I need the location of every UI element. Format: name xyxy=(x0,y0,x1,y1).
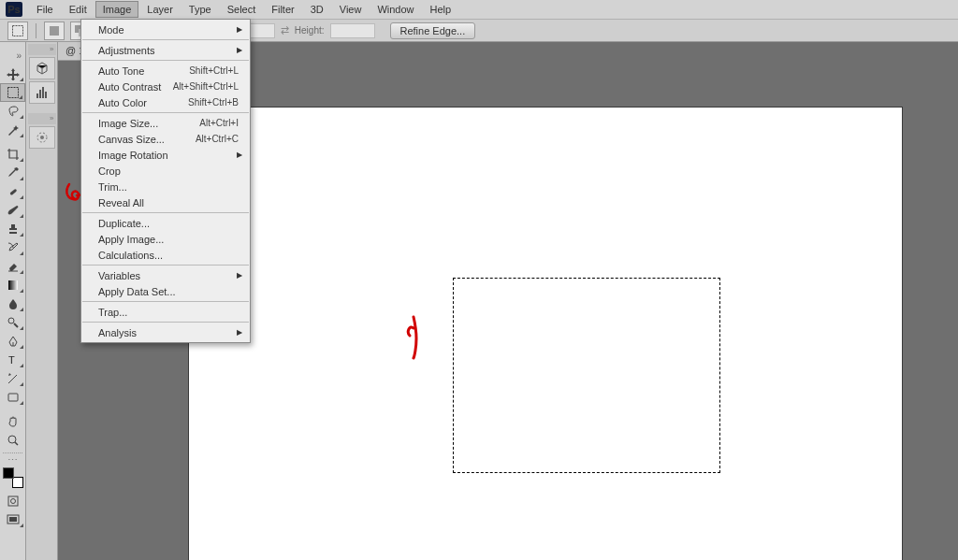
annotation-scribble xyxy=(400,315,427,360)
menu-edit[interactable]: Edit xyxy=(62,1,94,18)
menuitem-calculations[interactable]: Calculations... xyxy=(81,247,250,263)
svg-point-7 xyxy=(8,318,14,323)
tool-crop[interactable] xyxy=(0,145,25,164)
panel-group-header-2[interactable]: » xyxy=(28,113,56,124)
quickmask-toggle[interactable] xyxy=(0,492,25,510)
tool-zoom[interactable] xyxy=(0,431,25,450)
svg-rect-1 xyxy=(50,26,59,36)
panel-dock: » » xyxy=(26,42,58,560)
expand-icon: » xyxy=(50,114,53,122)
menuitem-auto-color[interactable]: Auto ColorShift+Ctrl+B xyxy=(81,94,250,110)
menuitem-mode[interactable]: Mode xyxy=(81,22,250,37)
menuitem-variables[interactable]: Variables xyxy=(81,267,250,283)
menuitem-trap: Trap... xyxy=(81,304,250,320)
menuitem-auto-contrast[interactable]: Auto ContrastAlt+Shift+Ctrl+L xyxy=(81,79,250,94)
chevron-right-icon: » xyxy=(16,50,25,61)
tool-stamp[interactable] xyxy=(0,220,25,238)
menu-layer[interactable]: Layer xyxy=(139,1,181,18)
color-swatches[interactable] xyxy=(3,467,23,488)
menubar: Ps File Edit Image Layer Type Select Fil… xyxy=(0,0,958,19)
menuitem-adjustments[interactable]: Adjustments xyxy=(81,42,250,58)
menuitem-trim[interactable]: Trim... xyxy=(81,179,250,194)
svg-rect-17 xyxy=(42,87,44,98)
tools-collapse-icon[interactable]: » xyxy=(0,46,25,65)
panel-3d-icon[interactable] xyxy=(29,57,55,79)
svg-point-20 xyxy=(40,136,44,139)
menu-file[interactable]: File xyxy=(29,1,61,18)
menu-select[interactable]: Select xyxy=(220,1,264,18)
menuitem-apply-data-set: Apply Data Set... xyxy=(81,283,250,299)
svg-rect-9 xyxy=(8,394,18,401)
tool-path[interactable] xyxy=(0,369,25,388)
height-field[interactable] xyxy=(330,23,375,38)
svg-rect-5 xyxy=(9,189,17,195)
tool-blur[interactable] xyxy=(0,294,25,313)
selection-marquee xyxy=(453,278,720,473)
tools-more-icon[interactable]: ⋯ xyxy=(0,456,25,464)
tool-healing[interactable] xyxy=(0,182,25,201)
refine-edge-button[interactable]: Refine Edge... xyxy=(390,22,476,39)
height-label: Height: xyxy=(295,25,325,36)
menu-filter[interactable]: Filter xyxy=(264,1,301,18)
tool-hand[interactable] xyxy=(0,412,25,431)
menuitem-image-rotation[interactable]: Image Rotation xyxy=(81,147,250,163)
image-menu-dropdown: Mode Adjustments Auto ToneShift+Ctrl+L A… xyxy=(80,19,251,343)
svg-rect-0 xyxy=(13,25,23,36)
svg-rect-16 xyxy=(39,90,41,98)
tool-marquee[interactable] xyxy=(0,83,25,102)
tool-wand[interactable] xyxy=(0,121,25,139)
tool-lasso[interactable] xyxy=(0,102,25,121)
menu-image[interactable]: Image xyxy=(95,1,139,18)
tool-move[interactable] xyxy=(0,65,25,83)
tool-pen[interactable] xyxy=(0,332,25,351)
tool-type[interactable]: T xyxy=(0,351,25,369)
svg-rect-18 xyxy=(45,92,47,98)
expand-icon: » xyxy=(50,45,53,53)
canvas[interactable] xyxy=(189,108,902,560)
svg-rect-4 xyxy=(7,88,18,98)
tool-brush[interactable] xyxy=(0,201,25,220)
screenmode-toggle[interactable] xyxy=(0,510,25,529)
panel-histogram-icon[interactable] xyxy=(29,81,55,104)
tool-eraser[interactable] xyxy=(0,257,25,276)
menu-view[interactable]: View xyxy=(332,1,370,18)
svg-rect-14 xyxy=(9,517,17,522)
menuitem-auto-tone[interactable]: Auto ToneShift+Ctrl+L xyxy=(81,63,250,79)
svg-rect-11 xyxy=(8,496,18,506)
svg-rect-15 xyxy=(36,93,38,98)
menuitem-duplicate[interactable]: Duplicate... xyxy=(81,215,250,231)
menu-help[interactable]: Help xyxy=(423,1,459,18)
panel-layers-icon[interactable] xyxy=(29,126,55,149)
tool-eyedropper[interactable] xyxy=(0,164,25,182)
menuitem-canvas-size[interactable]: Canvas Size...Alt+Ctrl+C xyxy=(81,131,250,147)
new-selection-icon[interactable] xyxy=(44,22,65,40)
menuitem-analysis[interactable]: Analysis xyxy=(81,324,250,340)
svg-rect-6 xyxy=(8,280,18,290)
panel-group-header[interactable]: » xyxy=(28,44,56,55)
menu-window[interactable]: Window xyxy=(370,1,421,18)
svg-point-10 xyxy=(8,436,16,443)
menuitem-reveal-all[interactable]: Reveal All xyxy=(81,194,250,210)
menu-3d[interactable]: 3D xyxy=(303,1,331,18)
menuitem-crop[interactable]: Crop xyxy=(81,163,250,179)
marquee-preset-icon[interactable] xyxy=(7,22,28,40)
separator xyxy=(36,23,36,38)
foreground-color-swatch[interactable] xyxy=(3,467,14,479)
tool-shape[interactable] xyxy=(0,388,25,407)
svg-point-12 xyxy=(10,499,15,504)
app-logo: Ps xyxy=(6,2,22,17)
svg-text:T: T xyxy=(8,354,15,366)
menuitem-image-size[interactable]: Image Size...Alt+Ctrl+I xyxy=(81,115,250,131)
tool-gradient[interactable] xyxy=(0,276,25,294)
menuitem-apply-image[interactable]: Apply Image... xyxy=(81,231,250,247)
tool-history-brush[interactable] xyxy=(0,238,25,257)
menu-type[interactable]: Type xyxy=(181,1,219,18)
tool-dodge[interactable] xyxy=(0,313,25,332)
tools-panel: » T ⋯ xyxy=(0,42,26,560)
swap-wh-icon[interactable]: ⇄ xyxy=(281,24,289,36)
